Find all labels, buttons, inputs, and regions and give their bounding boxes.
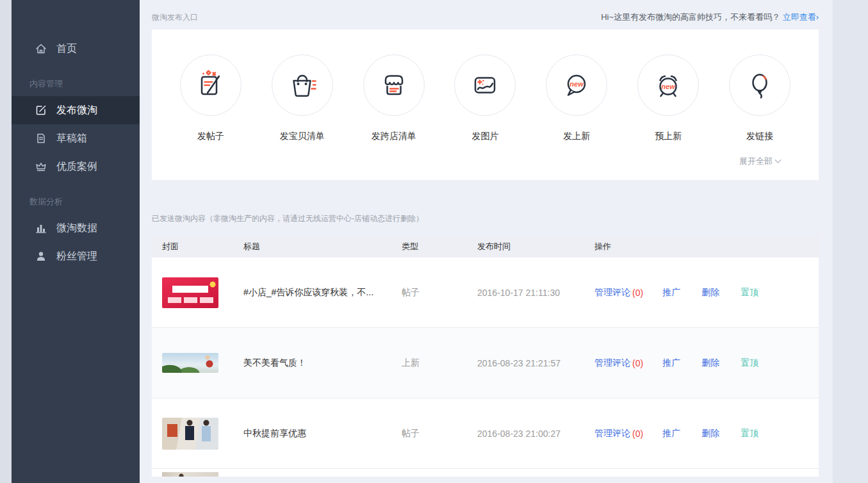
delete-link[interactable]: 删除 bbox=[701, 287, 719, 299]
cover-thumbnail bbox=[162, 472, 218, 477]
edit-square-icon bbox=[35, 104, 47, 117]
table-row-partial bbox=[152, 469, 819, 477]
entry-cross-store-list[interactable]: 发跨店清单 bbox=[363, 54, 425, 142]
sidebar-item-weitao-data[interactable]: 微淘数据 bbox=[12, 214, 140, 242]
entry-label: 预上新 bbox=[637, 131, 699, 142]
table-header-row: 封面 标题 类型 发布时间 操作 bbox=[152, 235, 819, 258]
window-left-strip bbox=[0, 0, 12, 483]
promote-link[interactable]: 推广 bbox=[662, 287, 680, 299]
post-icon bbox=[180, 54, 242, 116]
sidebar-item-label: 首页 bbox=[56, 42, 77, 56]
pin-link[interactable]: 置顶 bbox=[741, 357, 758, 369]
sidebar-item-quality-cases[interactable]: 优质案例 bbox=[12, 152, 140, 181]
sidebar-item-label: 粉丝管理 bbox=[56, 250, 97, 263]
entry-label: 发上新 bbox=[546, 131, 607, 142]
entry-label: 发宝贝清单 bbox=[272, 131, 333, 142]
entry-label: 发链接 bbox=[729, 131, 790, 142]
entry-new-arrival[interactable]: new 发上新 bbox=[546, 54, 607, 142]
entry-label: 发帖子 bbox=[180, 131, 242, 142]
entry-post[interactable]: 发帖子 bbox=[180, 54, 242, 142]
comment-count: (0) bbox=[632, 358, 643, 368]
sidebar: 首页 内容管理 发布微淘 草稿箱 优质案例 数据分析 微淘数据 bbox=[12, 0, 140, 483]
column-header-time: 发布时间 bbox=[477, 241, 594, 252]
new-badge-text: new bbox=[661, 83, 676, 90]
post-type: 上新 bbox=[402, 357, 477, 369]
post-type: 帖子 bbox=[402, 428, 477, 439]
cover-thumbnail bbox=[162, 277, 218, 308]
table-row: 中秋提前享优惠 帖子 2016-08-23 21:00:27 管理评论 (0) … bbox=[152, 398, 819, 469]
manage-comments-link[interactable]: 管理评论 bbox=[594, 357, 630, 369]
storefront-icon bbox=[363, 54, 425, 116]
hint-arrow-icon[interactable]: › bbox=[816, 12, 819, 22]
cover-thumbnail bbox=[162, 353, 218, 373]
publish-time: 2016-08-23 21:00:27 bbox=[477, 429, 594, 439]
expand-all-label: 展开全部 bbox=[739, 156, 773, 166]
sidebar-item-label: 优质案例 bbox=[56, 160, 97, 174]
manage-comments-link[interactable]: 管理评论 bbox=[594, 287, 630, 299]
sidebar-item-label: 发布微淘 bbox=[56, 104, 97, 117]
post-title: 中秋提前享优惠 bbox=[243, 428, 402, 439]
sidebar-item-label: 草稿箱 bbox=[56, 132, 87, 145]
post-title: 美不美看气质！ bbox=[243, 357, 402, 369]
table-row: 美不美看气质！ 上新 2016-08-23 21:21:57 管理评论 (0) … bbox=[152, 328, 819, 398]
entry-label: 发跨店清单 bbox=[363, 131, 425, 142]
expand-all-button[interactable]: 展开全部 bbox=[739, 156, 780, 167]
manage-comments-link[interactable]: 管理评论 bbox=[594, 428, 630, 439]
pin-link[interactable]: 置顶 bbox=[741, 287, 758, 299]
sidebar-section-data-analysis: 数据分析 bbox=[12, 196, 140, 209]
entry-header: 微淘发布入口 Hi~这里有发布微淘的高富帅技巧，不来看看吗？ 立即查看› bbox=[152, 0, 819, 24]
promote-link[interactable]: 推广 bbox=[662, 428, 680, 439]
new-badge-text: new bbox=[570, 80, 585, 88]
entry-pre-launch[interactable]: new 预上新 bbox=[637, 54, 699, 142]
publish-entries-card: 发帖子 发宝贝清单 bbox=[152, 29, 819, 180]
entry-section-title: 微淘发布入口 bbox=[152, 12, 198, 23]
entry-image[interactable]: 发图片 bbox=[454, 54, 516, 142]
sidebar-item-home[interactable]: 首页 bbox=[12, 35, 140, 63]
delete-link[interactable]: 删除 bbox=[701, 357, 719, 369]
speech-bubble-new-icon: new bbox=[546, 54, 607, 116]
chevron-down-icon bbox=[775, 157, 782, 163]
hint-text: Hi~这里有发布微淘的高富帅技巧，不来看看吗？ bbox=[601, 12, 780, 22]
entry-product-list[interactable]: 发宝贝清单 bbox=[272, 54, 333, 142]
sent-content-table: 封面 标题 类型 发布时间 操作 #小店_#告诉你应该穿秋装，不... 帖子 2… bbox=[152, 235, 819, 477]
main-content: 微淘发布入口 Hi~这里有发布微淘的高富帅技巧，不来看看吗？ 立即查看› bbox=[140, 0, 833, 483]
sidebar-section-content-mgmt: 内容管理 bbox=[12, 78, 140, 91]
view-now-link[interactable]: 立即查看 bbox=[783, 12, 816, 22]
sidebar-item-publish-weitao[interactable]: 发布微淘 bbox=[12, 96, 140, 124]
bar-chart-icon bbox=[35, 222, 47, 234]
balloon-icon bbox=[729, 54, 790, 116]
cover-thumbnail bbox=[162, 418, 218, 450]
publish-time: 2016-10-17 21:11:30 bbox=[477, 288, 594, 298]
picture-icon bbox=[454, 54, 516, 116]
home-icon bbox=[35, 42, 47, 55]
column-header-title: 标题 bbox=[243, 241, 402, 252]
publish-time: 2016-08-23 21:21:57 bbox=[477, 358, 594, 368]
sent-content-section-title: 已发送微淘内容（非微淘生产的内容，请通过无线运营中心-店铺动态进行删除） bbox=[152, 213, 819, 224]
shopping-bag-icon bbox=[272, 54, 333, 116]
column-header-cover: 封面 bbox=[152, 241, 243, 252]
hint-bar: Hi~这里有发布微淘的高富帅技巧，不来看看吗？ 立即查看› bbox=[601, 12, 819, 23]
sidebar-item-fans-mgmt[interactable]: 粉丝管理 bbox=[12, 242, 140, 270]
alarm-clock-new-icon: new bbox=[637, 54, 699, 116]
sidebar-item-label: 微淘数据 bbox=[56, 222, 97, 235]
comment-count: (0) bbox=[632, 429, 643, 439]
post-title: #小店_#告诉你应该穿秋装，不... bbox=[243, 287, 402, 299]
comment-count: (0) bbox=[632, 288, 643, 298]
sidebar-item-drafts[interactable]: 草稿箱 bbox=[12, 124, 140, 152]
post-type: 帖子 bbox=[402, 287, 477, 299]
entry-label: 发图片 bbox=[454, 131, 516, 142]
delete-link[interactable]: 删除 bbox=[701, 428, 719, 439]
document-icon bbox=[35, 132, 47, 145]
person-icon bbox=[35, 250, 47, 263]
promote-link[interactable]: 推广 bbox=[662, 357, 680, 369]
crown-icon bbox=[35, 160, 47, 173]
column-header-actions: 操作 bbox=[594, 241, 819, 252]
table-row: #小店_#告诉你应该穿秋装，不... 帖子 2016-10-17 21:11:3… bbox=[152, 258, 819, 328]
weitao-admin-page: 首页 内容管理 发布微淘 草稿箱 优质案例 数据分析 微淘数据 bbox=[0, 0, 868, 483]
entry-link[interactable]: 发链接 bbox=[729, 54, 790, 142]
pin-link[interactable]: 置顶 bbox=[741, 428, 758, 439]
column-header-type: 类型 bbox=[402, 241, 477, 252]
